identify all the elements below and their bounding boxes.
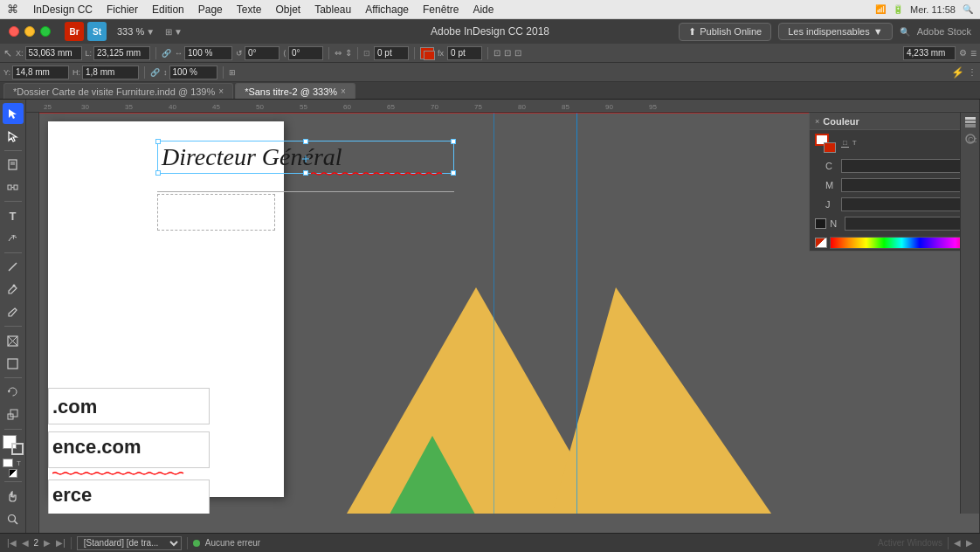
selection-tool[interactable] [3, 103, 24, 124]
format-affects-text-btn[interactable]: T [15, 459, 24, 467]
view-dropdown-icon[interactable]: ▼ [174, 27, 183, 37]
direct-select-tool[interactable] [3, 126, 24, 147]
maximize-button[interactable] [40, 26, 51, 37]
panel-close-icon[interactable]: × [815, 117, 819, 126]
zoom-dropdown-icon[interactable]: ▼ [146, 27, 155, 37]
type-on-path-tool[interactable]: T [3, 228, 24, 249]
j-input[interactable] [841, 197, 963, 211]
view-icon[interactable]: ⊞ [165, 27, 172, 37]
scroll-right-btn[interactable]: ▶ [966, 538, 973, 548]
layers-icon[interactable] [963, 115, 977, 129]
tab-sans-titre[interactable]: *Sans titre-2 @ 333% × [235, 83, 355, 99]
left-toolbar: T T [0, 100, 26, 533]
rotate-tool[interactable] [3, 382, 24, 403]
publish-online-button[interactable]: ⬆ Publish Online [679, 23, 771, 41]
menu-affichage[interactable]: Affichage [359, 2, 415, 17]
directeur-text-container[interactable]: Directeur Général [157, 141, 454, 174]
text-box-2[interactable] [157, 194, 275, 231]
options-icon[interactable]: ⚙ [959, 48, 967, 58]
lock-proportions-icon[interactable]: 🔗 [162, 49, 171, 58]
bottom-sep-3 [948, 537, 949, 549]
indispensables-button[interactable]: Les indispensables ▼ [778, 23, 892, 40]
ruler-left [26, 113, 39, 533]
scroll-left-btn[interactable]: ◀ [954, 538, 961, 548]
m-input[interactable] [841, 178, 963, 192]
shear-input[interactable] [288, 46, 323, 60]
pen-tool[interactable] [3, 279, 24, 300]
menu-fenetre[interactable]: Fenêtre [417, 2, 465, 17]
fill-stroke-swatches[interactable] [3, 435, 24, 456]
tool-sep-4 [4, 326, 22, 327]
next-page-btn[interactable]: ▶ [44, 538, 51, 548]
zoom-tool[interactable] [3, 508, 24, 529]
type-tool[interactable]: T [3, 205, 24, 226]
more-icon[interactable]: ⋮ [968, 67, 977, 77]
n-input[interactable] [845, 217, 963, 231]
close-button[interactable] [9, 26, 19, 37]
cursor-icon[interactable]: ↖ [3, 47, 12, 59]
h-input[interactable] [82, 66, 139, 79]
canvas-area[interactable]: 25 30 35 40 45 50 55 60 65 70 75 80 85 9… [26, 100, 979, 533]
style-dropdown[interactable]: [Standard] [de tra... [77, 536, 182, 550]
w-input[interactable] [93, 46, 150, 60]
search-icon[interactable]: 🔍 [963, 4, 973, 14]
right-width-input[interactable] [903, 46, 956, 60]
spectrum-toggle[interactable] [815, 238, 827, 248]
hand-tool[interactable] [3, 486, 24, 507]
rotate-input[interactable] [245, 46, 280, 60]
svg-text:50: 50 [256, 103, 264, 111]
c-input[interactable] [841, 159, 963, 173]
menu-tableau[interactable]: Tableau [308, 2, 357, 17]
y-input[interactable] [12, 66, 69, 79]
scale-w-input[interactable] [184, 46, 232, 60]
rectangle-frame-tool[interactable] [3, 330, 24, 351]
x-input[interactable] [25, 46, 82, 60]
menu-fichier[interactable]: Fichier [100, 2, 144, 17]
menu-aide[interactable]: Aide [466, 2, 500, 17]
gap-tool[interactable] [3, 176, 24, 197]
sidebar-icon[interactable]: ≡ [970, 47, 977, 59]
fx-icon[interactable]: fx [438, 49, 444, 58]
fill-stroke-swatch[interactable] [815, 134, 836, 153]
fill-mode-btn[interactable]: □ [841, 139, 849, 148]
rectangle-tool[interactable] [3, 353, 24, 374]
lightning-icon[interactable]: ⚡ [951, 66, 964, 79]
color-row-m: M % [810, 176, 979, 195]
prev-page-btn[interactable]: ◀ [22, 538, 29, 548]
corner-radius-input[interactable] [374, 46, 409, 60]
flip-v-icon[interactable]: ⇕ [345, 48, 352, 58]
status-bar: |◀ ◀ 2 ▶ ▶| [Standard] [de tra... Aucune… [0, 533, 980, 552]
lock-proportions2-icon[interactable]: 🔗 [150, 68, 160, 77]
none-mode-btn[interactable] [9, 469, 17, 478]
flip-h-icon[interactable]: ⇔ [335, 48, 342, 58]
stroke-mode-btn[interactable]: T [851, 139, 859, 148]
tab-dossier[interactable]: *Dossier Carte de visite Furniture.indd … [3, 83, 233, 99]
stroke-swatch[interactable] [420, 47, 434, 59]
menu-objet[interactable]: Objet [269, 2, 307, 17]
align-right-icon[interactable]: ⊡ [514, 48, 521, 58]
menu-texte[interactable]: Texte [231, 2, 268, 17]
apple-logo[interactable]: ⌘ [7, 3, 18, 16]
first-page-btn[interactable]: |◀ [7, 538, 17, 548]
minimize-button[interactable] [24, 26, 35, 37]
menu-page[interactable]: Page [192, 2, 229, 17]
stroke-weight-input[interactable] [447, 46, 482, 60]
menu-edition[interactable]: Edition [146, 2, 190, 17]
scale-tool[interactable] [3, 404, 24, 425]
color-spectrum[interactable] [830, 237, 974, 249]
tab-sans-titre-close[interactable]: × [341, 86, 346, 96]
page-tool[interactable] [3, 155, 24, 176]
align-left-icon[interactable]: ⊡ [493, 48, 500, 58]
cc-libraries-icon[interactable]: Cc [963, 132, 977, 146]
svg-point-16 [9, 514, 16, 521]
tab-dossier-close[interactable]: × [218, 86, 224, 96]
last-page-btn[interactable]: ▶| [56, 538, 66, 548]
search-icon-title[interactable]: 🔍 [900, 27, 910, 37]
menu-indesign[interactable]: InDesign CC [27, 2, 99, 17]
normal-mode-btn[interactable] [3, 459, 13, 467]
pencil-tool[interactable] [3, 302, 24, 323]
line-tool[interactable] [3, 257, 24, 278]
align-center-icon[interactable]: ⊡ [504, 48, 511, 58]
scale-h-input[interactable] [169, 66, 217, 79]
handle-tr [451, 139, 456, 144]
